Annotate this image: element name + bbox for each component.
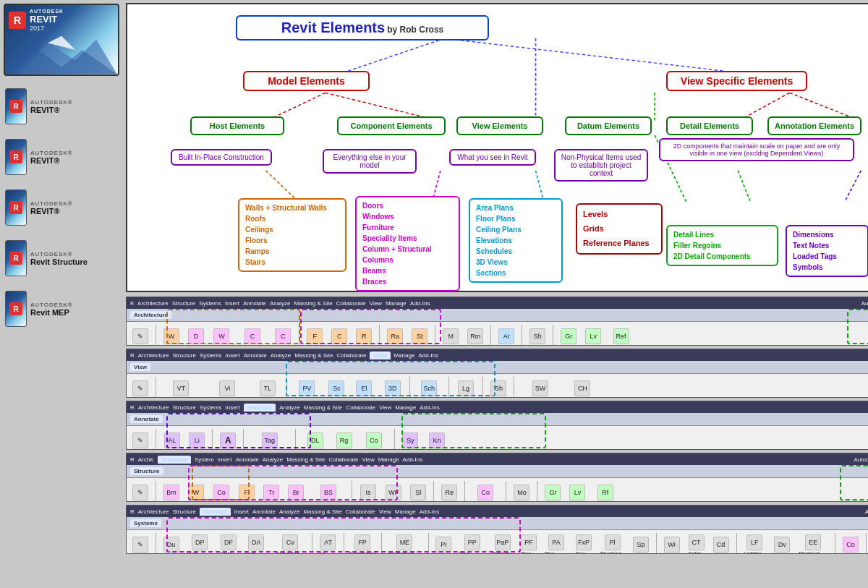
tab-mep[interactable]: Systems: [130, 519, 161, 527]
btn-isolated[interactable]: Is Isolated: [357, 482, 380, 502]
modify-s-icon[interactable]: ✎: [132, 485, 148, 500]
btn-close-hidden[interactable]: CH Close Hidden: [564, 378, 600, 398]
btn-floor-s[interactable]: Fl Floor: [236, 482, 258, 502]
floor-s-icon[interactable]: Fl: [239, 485, 255, 500]
roof-icon[interactable]: R: [356, 328, 372, 344]
beam-icon[interactable]: Bm: [163, 485, 179, 500]
btn-truss[interactable]: Tr Truss: [260, 482, 282, 502]
window-icon[interactable]: W: [213, 328, 229, 344]
btn-ref-plane[interactable]: Ref Ref Plane: [607, 326, 635, 346]
thin-lines-icon[interactable]: TL: [260, 380, 276, 396]
beam-system-icon[interactable]: BS: [320, 485, 336, 500]
btn-component-m[interactable]: Co Component: [840, 534, 862, 554]
convert-icon[interactable]: Cv: [282, 534, 298, 550]
btn-room[interactable]: Rm Room: [464, 326, 486, 346]
component-icon[interactable]: C: [244, 328, 260, 344]
btn-modify-v[interactable]: ✎ Modify: [129, 378, 151, 398]
modify-v-icon[interactable]: ✎: [132, 380, 148, 396]
btn-wall-s[interactable]: W Wall: [185, 482, 207, 502]
btn-component-s[interactable]: Co Component: [469, 482, 501, 502]
btn-floor[interactable]: F Floor: [304, 326, 326, 346]
sprinkler-icon[interactable]: Sp: [633, 537, 649, 553]
btn-tag-all[interactable]: Tag Tag by Category: [248, 430, 291, 450]
btn-legends[interactable]: Lg Legends: [454, 378, 479, 398]
modify-a-icon[interactable]: ✎: [132, 433, 148, 448]
wire-icon[interactable]: Wi: [664, 537, 680, 553]
model-text-icon[interactable]: M: [443, 328, 459, 344]
elevation-icon[interactable]: El: [356, 380, 372, 396]
component-m-icon[interactable]: Co: [843, 537, 859, 553]
btn-text[interactable]: A Text: [217, 430, 239, 450]
btn-pipe-fitting[interactable]: PF Pipe Fitting: [518, 532, 540, 555]
btn-conduit[interactable]: Cd Conduit: [710, 534, 732, 554]
btn-elevation[interactable]: El Elevation: [351, 378, 378, 398]
btn-region[interactable]: Rg Region: [333, 430, 354, 450]
btn-duct-fitting[interactable]: DF Duct Fitting: [218, 532, 239, 555]
btn-pipe-accessory[interactable]: PA Pipe Accessory: [542, 532, 570, 555]
btn-sheet[interactable]: Sh Sheet: [488, 378, 509, 398]
btn-beam[interactable]: Bm Beam: [161, 482, 182, 502]
btn-level-s[interactable]: Lv Level: [566, 482, 588, 502]
legends-icon[interactable]: Lg: [458, 380, 474, 396]
wall-icon[interactable]: W: [163, 328, 179, 344]
btn-view-templates[interactable]: VT View Templates: [161, 378, 202, 398]
btn-linear-dim[interactable]: Li Linear: [186, 430, 208, 450]
flex-pipe-icon[interactable]: FxP: [576, 534, 592, 550]
column-icon[interactable]: C: [275, 328, 291, 344]
tab-annotate-active[interactable]: Annotate: [244, 404, 276, 412]
visibility-icon[interactable]: Vi: [219, 380, 235, 396]
btn-model-text[interactable]: M Model: [440, 326, 461, 346]
btn-stair[interactable]: St Stair: [409, 326, 430, 346]
btn-modify[interactable]: ✎ Modify: [129, 326, 151, 346]
air-terminal-icon[interactable]: AT: [320, 534, 336, 550]
view-templates-icon[interactable]: VT: [173, 380, 189, 396]
btn-modify-s[interactable]: ✎ Modify: [129, 482, 151, 502]
tab-view-active[interactable]: View: [370, 351, 390, 359]
ribbon-tabs-1[interactable]: Architecture: [127, 309, 868, 322]
ribbon-tabs-2[interactable]: View: [127, 361, 868, 374]
symbol-icon[interactable]: Sy: [402, 433, 418, 448]
btn-grid[interactable]: Gr Grid: [558, 326, 579, 346]
truss-icon[interactable]: Tr: [263, 485, 279, 500]
rebar-icon[interactable]: Re: [441, 485, 457, 500]
brace-icon[interactable]: Br: [288, 485, 304, 500]
mech-equip-icon[interactable]: ME: [396, 534, 412, 550]
plumbing-icon[interactable]: Pl: [605, 534, 621, 550]
ceiling-icon[interactable]: C: [331, 328, 347, 344]
btn-keynote[interactable]: Kn Keynote: [425, 430, 449, 450]
btn-device[interactable]: Dv Device: [771, 534, 793, 554]
tab-structure[interactable]: Structure: [130, 467, 163, 475]
pipe-ph-icon[interactable]: PP: [464, 534, 480, 550]
btn-thin-lines[interactable]: TL Thin Lines: [253, 378, 282, 398]
btn-column[interactable]: C Column: [271, 326, 294, 346]
component-s-icon[interactable]: Co: [477, 485, 493, 500]
detail-line-icon[interactable]: DL: [307, 433, 323, 448]
tab-structure-active[interactable]: Structure: [158, 456, 191, 464]
fab-part-icon[interactable]: FP: [354, 534, 370, 550]
tab-systems-active[interactable]: Systems: [200, 508, 231, 516]
ref-s-icon[interactable]: Rf: [597, 485, 613, 500]
device-icon[interactable]: Dv: [774, 537, 790, 553]
btn-component[interactable]: C Component: [237, 326, 268, 346]
ribbon-tabs-3[interactable]: Annotate: [127, 413, 868, 426]
btn-aligned-dim[interactable]: AL Aligned: [161, 430, 183, 450]
btn-pipe[interactable]: Pi Pipe: [433, 534, 454, 554]
pipe-acc-icon[interactable]: PA: [548, 534, 564, 550]
btn-symbol[interactable]: Sy Symbol: [399, 430, 422, 450]
region-icon[interactable]: Rg: [336, 433, 352, 448]
btn-parallel-pipes[interactable]: PaP Parallel Pipes: [490, 532, 515, 555]
btn-air-terminal[interactable]: AT Air Terminal: [317, 532, 339, 555]
btn-wire[interactable]: Wi Wire: [661, 534, 683, 554]
room-icon[interactable]: Rm: [467, 328, 483, 344]
tab-view[interactable]: View: [130, 363, 150, 371]
model-s-icon[interactable]: Mo: [514, 485, 529, 500]
grid-icon[interactable]: Gr: [561, 328, 576, 344]
ribbon-tabs-5[interactable]: Systems: [127, 517, 868, 530]
keynote-icon[interactable]: Kn: [429, 433, 445, 448]
btn-ref-s[interactable]: Rf Ref Plane: [591, 482, 619, 502]
btn-elec-equip[interactable]: EE Electrical Equipment: [796, 532, 830, 555]
btn-sprinkler[interactable]: Sp Sprinkler: [630, 534, 652, 554]
ribbon-tabs-4[interactable]: Structure: [127, 465, 868, 478]
btn-duct[interactable]: Du Duct: [161, 534, 182, 554]
btn-duct-placeholder[interactable]: DP Duct Placeholder: [185, 532, 215, 555]
